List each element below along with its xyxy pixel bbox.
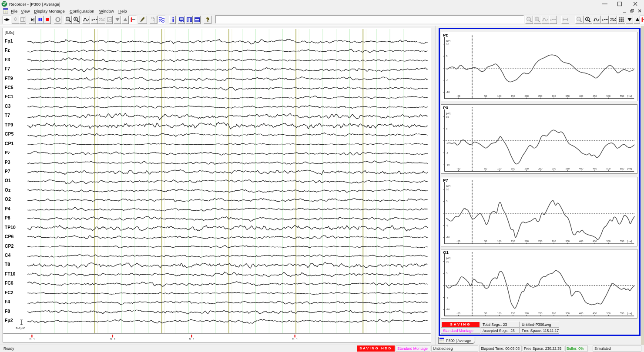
svg-text:-10: -10 (446, 308, 449, 311)
svg-text:O1: O1 (443, 250, 449, 255)
svg-text:S: S (292, 337, 295, 341)
svg-text:Fp2: Fp2 (5, 318, 13, 323)
svg-text:50: 50 (484, 312, 487, 315)
svg-text:50: 50 (484, 240, 487, 242)
svg-text:S: S (29, 337, 31, 341)
svg-text:CP1: CP1 (5, 141, 14, 146)
svg-text:C3: C3 (5, 104, 11, 109)
svg-text:[µV]: [µV] (446, 185, 451, 187)
svg-text:-5: -5 (446, 152, 448, 154)
svg-text:450: 450 (593, 95, 597, 97)
svg-text:FC6: FC6 (5, 281, 13, 286)
svg-text:550: 550 (620, 167, 624, 170)
svg-text:10: 10 (446, 260, 449, 263)
svg-text:[ms]: [ms] (627, 312, 632, 315)
svg-text:Oz: Oz (5, 188, 10, 193)
svg-text:50: 50 (484, 95, 487, 97)
svg-text:P8: P8 (5, 216, 10, 220)
svg-text:P3: P3 (443, 106, 448, 110)
svg-text:5: 5 (446, 272, 447, 275)
svg-text:500: 500 (607, 95, 611, 97)
svg-text:FT9: FT9 (5, 76, 13, 81)
svg-text:350: 350 (566, 312, 570, 315)
svg-text:P7: P7 (5, 169, 10, 174)
svg-text:FC2: FC2 (5, 290, 13, 295)
svg-text:400: 400 (579, 312, 584, 315)
svg-text:TP10: TP10 (5, 225, 16, 230)
svg-text:100: 100 (497, 240, 502, 242)
svg-text:-5: -5 (446, 296, 448, 299)
svg-text:C4: C4 (5, 253, 11, 258)
svg-text:150: 150 (511, 240, 515, 242)
svg-text:550: 550 (620, 95, 624, 97)
svg-text:5: 5 (446, 55, 447, 57)
svg-text:450: 450 (593, 240, 597, 242)
svg-text:-10: -10 (446, 91, 449, 93)
svg-text:200: 200 (524, 95, 529, 97)
svg-text:550: 550 (620, 240, 624, 242)
svg-text:-5: -5 (446, 79, 448, 82)
svg-text:10: 10 (446, 116, 449, 118)
svg-text:300: 300 (552, 240, 556, 242)
svg-text:5: 5 (446, 127, 447, 130)
svg-text:-5: -5 (446, 224, 448, 227)
svg-text:200: 200 (524, 312, 529, 315)
svg-text:Pz: Pz (5, 150, 10, 155)
svg-text:CP5: CP5 (5, 132, 14, 136)
svg-text:[6.0s]: [6.0s] (5, 30, 14, 35)
svg-text:350: 350 (566, 167, 570, 170)
svg-text:[µV]: [µV] (446, 40, 451, 42)
svg-text:[ms]: [ms] (627, 240, 632, 242)
svg-text:500: 500 (607, 240, 611, 242)
svg-text:400: 400 (579, 240, 584, 242)
svg-text:1: 1 (114, 337, 116, 341)
svg-text:T7: T7 (5, 113, 10, 118)
svg-text:FC5: FC5 (5, 85, 13, 90)
svg-text:300: 300 (552, 312, 556, 315)
svg-text:100: 100 (497, 95, 502, 97)
svg-text:200: 200 (524, 240, 529, 242)
svg-text:S: S (189, 337, 191, 341)
svg-text:[µV]: [µV] (446, 112, 451, 115)
svg-text:O1: O1 (5, 178, 11, 183)
svg-text:400: 400 (579, 95, 584, 97)
svg-text:200: 200 (524, 167, 529, 170)
svg-text:[ms]: [ms] (627, 167, 632, 170)
svg-text:P300 | Average: P300 | Average (446, 339, 471, 343)
svg-text:350: 350 (566, 95, 570, 97)
svg-text:250: 250 (538, 312, 543, 315)
svg-text:F4: F4 (5, 299, 10, 304)
svg-text:150: 150 (511, 312, 515, 315)
svg-text:-50: -50 (457, 95, 460, 97)
svg-text:150: 150 (511, 167, 515, 170)
svg-text:400: 400 (579, 167, 584, 170)
svg-text:P4: P4 (5, 206, 10, 211)
svg-text:500: 500 (607, 167, 611, 170)
svg-text:F3: F3 (5, 57, 10, 62)
svg-text:Fp1: Fp1 (5, 39, 13, 43)
svg-text:FT10: FT10 (5, 272, 16, 276)
svg-text:350: 350 (566, 240, 570, 242)
svg-text:100: 100 (497, 167, 502, 170)
svg-text:250: 250 (538, 240, 543, 242)
svg-text:300: 300 (552, 167, 556, 170)
svg-text:1: 1 (33, 337, 35, 341)
svg-text:F7: F7 (5, 66, 10, 71)
svg-text:TP9: TP9 (5, 123, 13, 127)
svg-text:10: 10 (446, 188, 449, 191)
svg-text:1: 1 (296, 337, 298, 341)
svg-text:-50: -50 (457, 240, 460, 242)
svg-text:450: 450 (593, 312, 597, 315)
svg-text:5: 5 (446, 200, 447, 203)
svg-text:50 µV: 50 µV (16, 326, 25, 330)
svg-text:-50: -50 (457, 312, 460, 315)
svg-text:[µV]: [µV] (446, 257, 451, 259)
svg-text:-50: -50 (457, 167, 460, 170)
svg-text:-10: -10 (446, 163, 449, 166)
svg-text:150: 150 (511, 95, 515, 97)
svg-text:P3: P3 (5, 160, 10, 165)
svg-text:P7: P7 (443, 178, 448, 183)
svg-text:450: 450 (593, 167, 597, 170)
svg-text:Pz: Pz (443, 33, 448, 37)
svg-text:[ms]: [ms] (627, 95, 632, 97)
